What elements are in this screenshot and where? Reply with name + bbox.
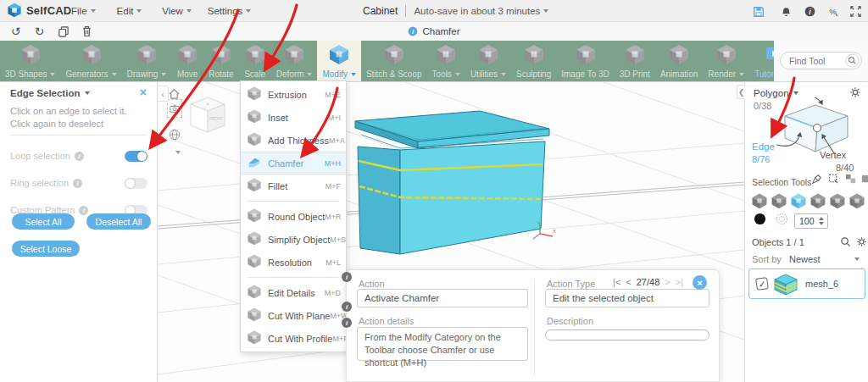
toolbar-utilities[interactable]: Utilities	[465, 41, 511, 81]
find-tool-input[interactable]	[789, 56, 845, 66]
menu-item-simplify-object[interactable]: Simplify ObjectM+S	[241, 228, 346, 251]
animation-icon	[668, 43, 690, 69]
menu-item-cut-with-profile[interactable]: Cut With ProfileM+P	[241, 327, 346, 350]
toolbar-stitch-and-scoop[interactable]: Stitch & Scoop	[361, 41, 427, 81]
screenshot-camera-icon[interactable]	[167, 99, 182, 118]
current-tool-label: Chamfer	[422, 26, 459, 36]
grid-select-mode-icon[interactable]	[771, 192, 787, 209]
toolbar-sculpting[interactable]: Sculpting	[511, 41, 556, 81]
menu-item-extrusion[interactable]: ExtrusionM+E	[241, 83, 346, 106]
find-tool-zone	[774, 41, 868, 81]
opacity-spinner[interactable]: 100	[794, 213, 828, 229]
chevron-down-icon	[112, 73, 117, 76]
menu-item-fillet[interactable]: FilletM+F	[241, 174, 346, 197]
select-all-button[interactable]: Select All	[12, 213, 75, 230]
menu-item-add-thickness[interactable]: Add ThicknessM+A	[241, 129, 346, 152]
group-select-icon[interactable]	[845, 173, 857, 185]
invert-select-icon[interactable]	[860, 173, 868, 185]
wireframe-display-icon[interactable]	[776, 213, 787, 224]
right-panel-collapse-chevron-icon[interactable]: ❮	[737, 85, 745, 99]
ring-selection-toggle[interactable]	[125, 178, 147, 189]
object-search-icon[interactable]	[840, 235, 852, 247]
vertex-select-mode-icon[interactable]	[751, 192, 768, 209]
search-icon[interactable]	[845, 53, 860, 68]
pagination-last-icon[interactable]: >|	[676, 277, 683, 287]
cut-with-plane-icon	[247, 307, 262, 325]
view-options-caret-icon[interactable]	[172, 142, 181, 158]
toolbar-modify[interactable]: Modify	[317, 41, 360, 81]
object-list-item[interactable]: ✓ mesh_6	[748, 269, 865, 299]
project-title[interactable]: Cabinet	[363, 5, 406, 17]
action-field[interactable]	[357, 289, 528, 307]
spinner-down-icon[interactable]	[819, 222, 824, 225]
measurement-units-icon[interactable]: %	[826, 4, 841, 19]
objects-settings-gear-icon[interactable]	[856, 235, 868, 247]
menu-item-resolution[interactable]: ResolutionM+L	[241, 251, 346, 274]
select-loose-button[interactable]: Select Loose	[12, 241, 80, 257]
autosave-status[interactable]: Auto-save in about 3 minutes	[414, 6, 548, 16]
toolbar-3d-print[interactable]: 3D Print	[615, 41, 655, 81]
menu-item-chamfer[interactable]: ChamferM+H	[241, 152, 346, 174]
menu-settings[interactable]: Settings	[208, 0, 252, 22]
object-visibility-checkbox[interactable]: ✓	[755, 277, 769, 291]
round-object-icon	[247, 208, 262, 226]
loop-selection-toggle[interactable]	[125, 151, 147, 162]
paint-select-icon[interactable]	[811, 173, 823, 185]
menu-file[interactable]: File	[71, 0, 96, 22]
menu-view[interactable]: View	[162, 0, 192, 22]
toolbar-move[interactable]: Move	[171, 41, 203, 81]
chevron-down-icon	[186, 9, 192, 13]
menu-item-round-object[interactable]: Round ObjectM+R	[241, 205, 346, 228]
split-select-mode-icon[interactable]	[829, 192, 846, 209]
left-panel-collapse-chevron-icon[interactable]: ‹	[158, 86, 169, 102]
gear-icon[interactable]	[849, 86, 861, 98]
pagination-prev-icon[interactable]: <	[626, 277, 631, 287]
toolbar-generators[interactable]: Generators	[60, 41, 121, 81]
toolbar-animation[interactable]: Animation	[655, 41, 703, 81]
box-select-icon[interactable]	[828, 173, 840, 185]
action-details-field[interactable]: From the Modify Category on the Toolbar …	[357, 327, 528, 361]
axis-y-label: Y	[537, 220, 540, 225]
notifications-bell-icon[interactable]	[778, 4, 793, 19]
toolbar-drawing[interactable]: Drawing	[122, 41, 172, 81]
opacity-value: 100	[799, 216, 819, 226]
panel-caret-icon[interactable]	[85, 91, 90, 95]
panel-close-icon[interactable]: ×	[140, 86, 147, 99]
menu-item-edit-details[interactable]: Edit DetailsM+D	[241, 281, 346, 304]
toolbar-render[interactable]: Render	[703, 41, 749, 81]
plane-select-mode-icon[interactable]	[849, 192, 865, 209]
solid-display-icon[interactable]	[754, 213, 765, 224]
chevron-down-icon	[307, 73, 312, 76]
tutorial-step-marker-icon: i	[342, 302, 352, 312]
toolbar-tools[interactable]: Tools	[427, 41, 465, 81]
info-icon: i	[73, 179, 82, 188]
pagination-first-icon[interactable]: |<	[613, 277, 620, 287]
spinner-up-icon[interactable]	[819, 217, 824, 220]
sort-value-dropdown[interactable]: Newest	[789, 254, 821, 264]
menu-item-inset[interactable]: InsetM+I	[241, 106, 346, 129]
cube-select-mode-icon[interactable]	[790, 192, 807, 209]
toolbar-rotate[interactable]: Rotate	[203, 41, 238, 81]
save-icon[interactable]	[751, 4, 766, 19]
sphere-select-mode-icon[interactable]	[810, 192, 826, 209]
toolbar-3d-shapes[interactable]: 3D Shapes	[0, 41, 60, 81]
orientation-cube[interactable]: FRONT	[187, 94, 228, 138]
sort-caret-icon[interactable]	[854, 257, 860, 261]
description-field[interactable]	[545, 329, 709, 340]
toolbar-deform[interactable]: Deform	[271, 41, 318, 81]
find-tool-search[interactable]	[780, 52, 862, 69]
toggle-row-ring-selection: Ring selection i	[10, 176, 147, 190]
tutorial-close-icon[interactable]: ×	[693, 275, 707, 290]
axis-gizmo: Y X	[531, 219, 556, 241]
pagination-next-icon[interactable]: >	[665, 277, 670, 287]
selfcad-logo[interactable]: SelfCAD	[7, 3, 71, 18]
fullscreen-icon[interactable]	[848, 4, 863, 19]
menu-edit[interactable]: Edit	[117, 0, 142, 22]
info-icon[interactable]: i	[802, 4, 817, 19]
action-type-field[interactable]	[545, 289, 709, 307]
toolbar-image-to-3d[interactable]: Image To 3D	[556, 41, 615, 81]
info-icon: i	[75, 152, 84, 161]
menu-item-cut-with-plane[interactable]: Cut With PlaneM+W	[241, 304, 346, 327]
deselect-all-button[interactable]: Deselect All	[86, 213, 151, 230]
toolbar-scale[interactable]: Scale	[239, 41, 271, 81]
